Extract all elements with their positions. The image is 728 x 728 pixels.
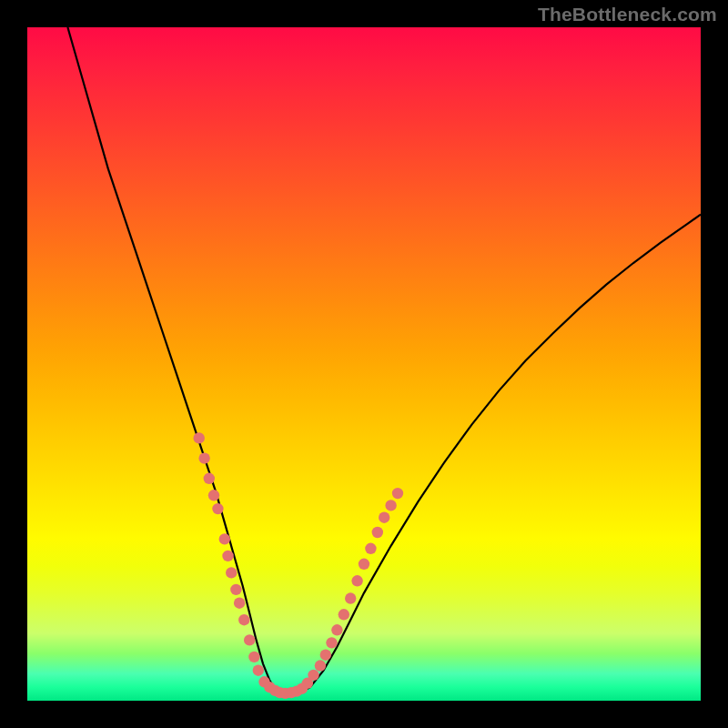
marker-dot	[359, 559, 369, 570]
marker-dot	[248, 652, 259, 662]
marker-dot	[315, 660, 326, 671]
marker-dot	[379, 512, 389, 523]
marker-dot	[244, 634, 255, 645]
marker-dot	[308, 670, 318, 681]
marker-dot	[320, 649, 331, 660]
marker-dot	[351, 575, 362, 586]
watermark-text: TheBottleneck.com	[538, 4, 717, 25]
marker-dot	[253, 665, 264, 676]
marker-dot	[385, 500, 396, 511]
marker-dot	[194, 432, 205, 443]
marker-dot	[345, 592, 356, 603]
bottleneck-curve	[67, 27, 701, 694]
curve-layer	[27, 27, 701, 701]
plot-area	[27, 27, 701, 701]
marker-dot	[331, 624, 342, 635]
marker-dot	[339, 609, 349, 620]
marker-dot	[219, 533, 230, 544]
marker-dot	[230, 584, 241, 595]
marker-dot	[204, 473, 215, 484]
marker-dot	[238, 614, 249, 625]
marker-dot	[234, 598, 245, 609]
marker-dot	[212, 503, 223, 514]
marker-dot	[198, 452, 209, 463]
chart-frame: TheBottleneck.com	[0, 0, 728, 728]
curve-markers	[194, 432, 404, 699]
marker-dot	[222, 551, 233, 561]
marker-dot	[372, 527, 383, 538]
marker-dot	[226, 567, 237, 578]
marker-dot	[208, 490, 219, 500]
marker-dot	[326, 637, 337, 648]
marker-dot	[365, 543, 376, 554]
marker-dot	[392, 488, 403, 499]
